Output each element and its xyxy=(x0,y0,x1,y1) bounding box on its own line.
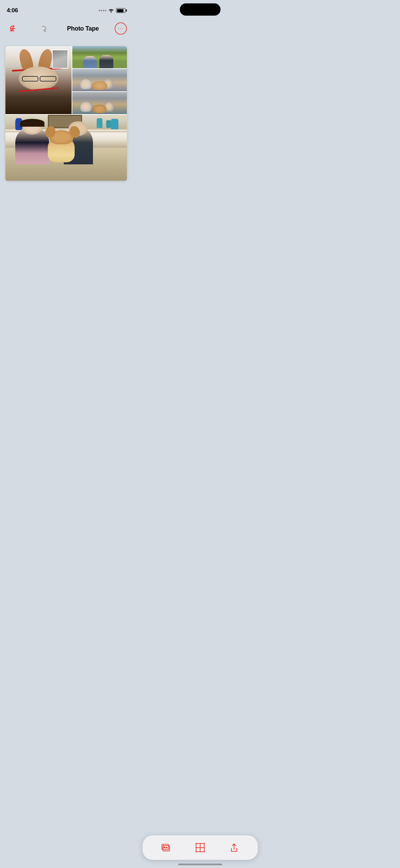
forward-button[interactable] xyxy=(36,21,51,36)
status-icons xyxy=(99,8,126,13)
photo-bunny-ears[interactable] xyxy=(5,46,72,114)
photo-family-sofa[interactable] xyxy=(5,114,127,181)
photo-couple-dog-1[interactable] xyxy=(72,69,127,92)
more-dots-icon: ··· xyxy=(118,26,123,31)
wifi-icon xyxy=(108,8,114,13)
photo-couple-dog-2[interactable] xyxy=(72,92,127,114)
battery-icon xyxy=(116,8,126,13)
page-title: Photo Tape xyxy=(67,25,99,32)
back-button[interactable] xyxy=(5,21,20,36)
more-button[interactable]: ··· xyxy=(115,22,127,35)
nav-bar: Photo Tape ··· xyxy=(0,18,132,39)
forward-icon xyxy=(39,24,48,33)
collage-top-row xyxy=(5,46,127,114)
photo-couple-outdoors[interactable] xyxy=(72,46,127,69)
right-photo-stack xyxy=(72,46,127,114)
status-time: 4:06 xyxy=(7,7,18,14)
back-icon xyxy=(8,24,18,33)
main-content xyxy=(0,39,132,187)
status-bar: 4:06 xyxy=(0,0,132,18)
signal-icon xyxy=(99,10,106,11)
photo-collage-card[interactable] xyxy=(5,46,127,181)
inset-photo xyxy=(52,50,68,69)
